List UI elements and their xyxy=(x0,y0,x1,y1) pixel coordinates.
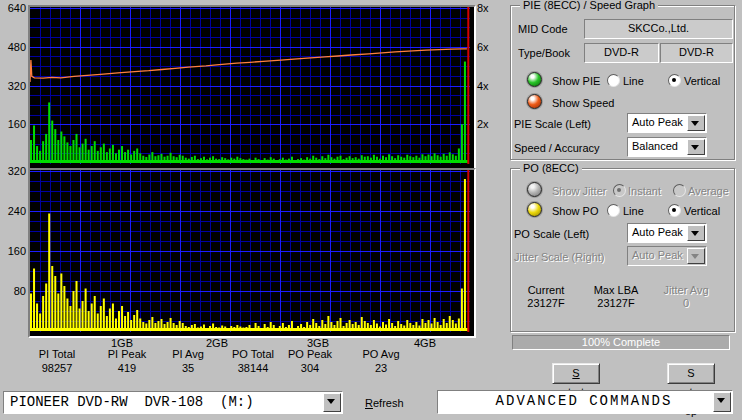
dropdown-arrow-icon xyxy=(687,248,705,264)
speed-accuracy-select[interactable]: Balanced xyxy=(627,137,707,157)
po-line-radio[interactable] xyxy=(607,204,620,217)
dropdown-arrow-icon[interactable] xyxy=(687,225,705,241)
book-type-field: DVD-R xyxy=(660,43,733,63)
stat-pi-avg: PI Avg35 xyxy=(151,348,225,374)
jitter-instant-radio xyxy=(613,184,626,197)
start-button[interactable]: Start xyxy=(552,363,600,384)
show-po-led-button[interactable] xyxy=(527,202,542,217)
speed-axis-tick: 6x xyxy=(477,41,499,53)
speed-axis-tick: 2x xyxy=(477,118,499,130)
po-scale-label: PO Scale (Left) xyxy=(514,228,589,240)
po-graph-canvas xyxy=(30,170,470,332)
max-lba-value: 23127F xyxy=(592,297,640,309)
jitter-avg-label: Jitter Avg xyxy=(662,284,710,296)
pie-line-radio[interactable] xyxy=(607,74,620,87)
po-axis-tick: 320 xyxy=(0,165,26,177)
stat-value: 23 xyxy=(344,362,418,374)
pie-line-label: Line xyxy=(623,75,644,87)
pie-vertical-label: Vertical xyxy=(684,75,720,87)
po-vertical-label: Vertical xyxy=(684,205,720,217)
dropdown-arrow-icon[interactable] xyxy=(687,139,705,155)
stat-value: 304 xyxy=(273,362,347,374)
pie-axis-tick: 480 xyxy=(0,41,26,53)
current-lba-value: 23127F xyxy=(524,297,568,309)
progress-text: 100% Complete xyxy=(513,336,729,349)
po-vertical-radio[interactable] xyxy=(668,204,681,217)
dvdinfopro-window: 6404803201608x6x4x2x320240160801GB2GB3GB… xyxy=(0,0,742,420)
mid-code-label: MID Code xyxy=(518,23,568,35)
show-po-label: Show PO xyxy=(552,205,598,217)
speed-axis-tick: 8x xyxy=(477,2,499,14)
disc-type-value: DVD-R xyxy=(585,44,658,60)
stat-pi-total: PI Total98257 xyxy=(20,348,94,374)
po-scale-select[interactable]: Auto Peak xyxy=(627,223,707,243)
book-type-value: DVD-R xyxy=(661,44,732,60)
stat-value: 35 xyxy=(151,362,225,374)
disc-type-field: DVD-R xyxy=(584,43,659,63)
advanced-commands-value: ADVANCED COMMANDS xyxy=(458,393,710,410)
po-scale-value: Auto Peak xyxy=(632,225,688,240)
stat-po-avg: PO Avg23 xyxy=(344,348,418,374)
show-jitter-label: Show Jitter xyxy=(552,185,606,197)
pie-speed-graph xyxy=(28,5,476,170)
po-graph xyxy=(28,168,476,338)
po-line-label: Line xyxy=(623,205,644,217)
pie-group-title: PIE (8ECC) / Speed Graph xyxy=(520,0,658,12)
pie-vertical-radio[interactable] xyxy=(668,74,681,87)
pie-axis-tick: 640 xyxy=(0,2,26,14)
type-book-label: Type/Book xyxy=(518,47,570,59)
jitter-instant-label: Instant xyxy=(628,185,661,197)
jitter-scale-select: Auto Peak xyxy=(627,246,707,266)
jitter-average-label: Average xyxy=(688,185,729,197)
mid-code-value: SKCCo.,Ltd. xyxy=(585,20,732,36)
current-lba-label: Current xyxy=(524,284,568,296)
pie-axis-tick: 160 xyxy=(0,118,26,130)
mid-code-field: SKCCo.,Ltd. xyxy=(584,19,733,39)
max-lba-label: Max LBA xyxy=(592,284,640,296)
stat-label: PO Peak xyxy=(273,348,347,360)
stat-label: PO Avg xyxy=(344,348,418,360)
dropdown-arrow-icon[interactable] xyxy=(687,115,705,131)
stat-po-peak: PO Peak304 xyxy=(273,348,347,374)
show-jitter-led-button xyxy=(527,182,542,197)
show-pie-label: Show PIE xyxy=(552,75,600,87)
jitter-scale-value: Auto Peak xyxy=(632,248,688,263)
dropdown-arrow-icon[interactable] xyxy=(713,392,731,412)
show-speed-label: Show Speed xyxy=(552,97,614,109)
jitter-avg-value: 0 xyxy=(662,297,710,309)
drive-select-value: PIONEER DVD-RW DVR-108 (M:) xyxy=(10,394,322,411)
po-axis-tick: 160 xyxy=(0,245,26,257)
scan-progress-bar: 100% Complete xyxy=(512,335,730,350)
po-axis-tick: 240 xyxy=(0,205,26,217)
speed-accuracy-label: Speed / Accuracy xyxy=(514,142,600,154)
advanced-commands-select[interactable]: ADVANCED COMMANDS xyxy=(437,390,733,414)
speed-accuracy-value: Balanced xyxy=(632,139,688,154)
dropdown-arrow-icon[interactable] xyxy=(323,393,341,412)
show-speed-led-button[interactable] xyxy=(527,94,542,109)
jitter-scale-label: Jitter Scale (Right) xyxy=(514,251,604,263)
jitter-average-radio xyxy=(673,184,686,197)
stop-button[interactable]: Stop xyxy=(667,363,715,384)
drive-select[interactable]: PIONEER DVD-RW DVR-108 (M:) xyxy=(3,391,343,414)
pie-speed-graph-canvas xyxy=(30,7,470,164)
pie-axis-tick: 320 xyxy=(0,80,26,92)
pie-scale-label: PIE Scale (Left) xyxy=(514,118,591,130)
speed-axis-tick: 4x xyxy=(477,80,499,92)
stat-value: 98257 xyxy=(20,362,94,374)
show-pie-led-button[interactable] xyxy=(527,72,542,87)
stat-label: PI Avg xyxy=(151,348,225,360)
refresh-button[interactable]: Refresh xyxy=(365,397,404,409)
pie-scale-value: Auto Peak xyxy=(632,115,688,130)
stat-label: PI Total xyxy=(20,348,94,360)
po-axis-tick: 80 xyxy=(0,285,26,297)
po-group-title: PO (8ECC) xyxy=(520,162,582,175)
pie-scale-select[interactable]: Auto Peak xyxy=(627,113,707,133)
